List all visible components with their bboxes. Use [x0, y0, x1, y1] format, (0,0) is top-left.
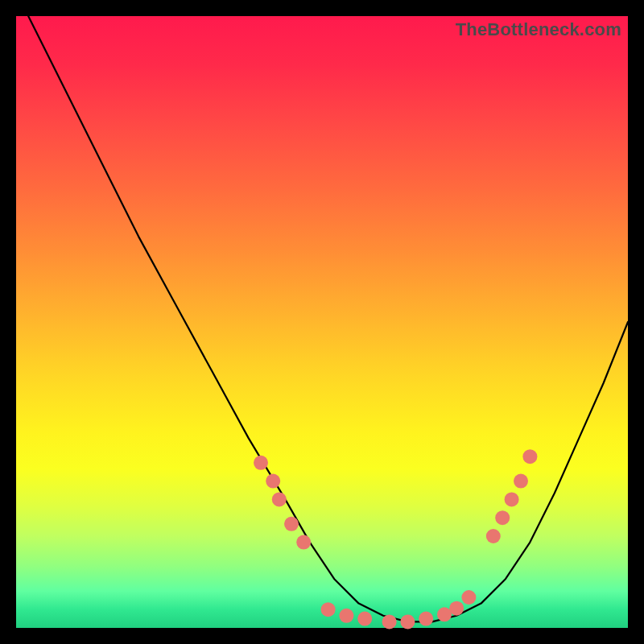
curve-marker	[254, 456, 268, 470]
curve-marker	[382, 614, 397, 629]
curve-marker	[339, 609, 353, 623]
curve-marker	[505, 492, 519, 506]
curve-marker	[321, 602, 336, 617]
curve-marker	[419, 612, 433, 626]
curve-marker	[272, 492, 287, 506]
curve-marker	[357, 612, 372, 626]
curve-marker	[514, 474, 528, 489]
curve-marker	[486, 529, 501, 543]
plot-area: TheBottleneck.com	[16, 16, 628, 628]
curve-marker	[461, 590, 476, 605]
curve-marker	[266, 474, 280, 489]
curve-marker	[522, 449, 537, 464]
curve-marker	[296, 535, 311, 550]
curve-marker	[284, 517, 299, 531]
curve-marker	[400, 614, 415, 629]
curve-markers	[254, 449, 537, 629]
bottleneck-curve	[28, 16, 628, 621]
chart-frame: TheBottleneck.com	[0, 0, 644, 644]
curve-marker	[495, 510, 510, 525]
curve-marker	[449, 601, 464, 616]
curve-layer	[16, 16, 628, 628]
